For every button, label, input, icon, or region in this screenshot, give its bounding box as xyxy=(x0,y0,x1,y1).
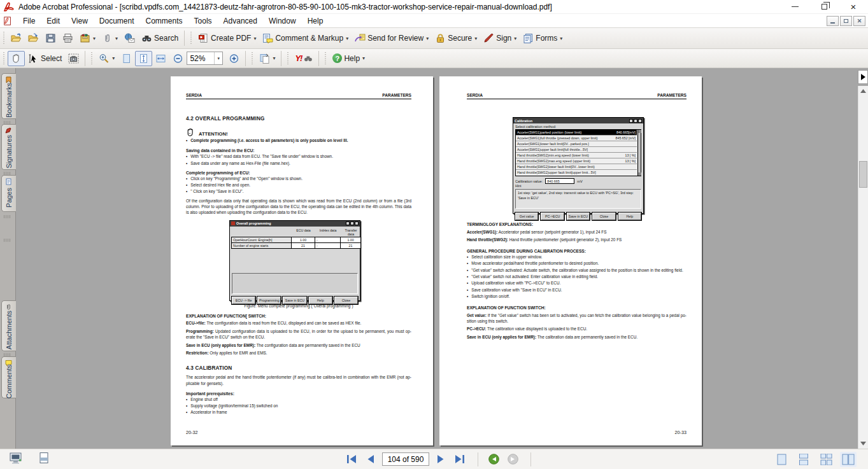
close-button[interactable]: × xyxy=(839,0,868,14)
zoom-tool-caret[interactable]: ▾ xyxy=(112,55,115,61)
attach-button[interactable]: ▾ xyxy=(99,30,121,46)
calibration-value-label: Calibration value: xyxy=(515,179,543,183)
facing-button[interactable] xyxy=(840,452,857,467)
create-pdf-caret[interactable]: ▾ xyxy=(253,36,256,41)
yahoo-search-button[interactable]: Y! xyxy=(292,51,316,66)
continuous-button[interactable] xyxy=(795,452,812,467)
open-organizer-button[interactable] xyxy=(25,30,42,46)
email-button[interactable] xyxy=(121,30,138,46)
hide-pane-button[interactable] xyxy=(858,70,868,84)
scroll-down-button[interactable] xyxy=(858,438,868,449)
menu-help[interactable]: Help xyxy=(302,15,329,27)
page-number-input[interactable] xyxy=(382,452,429,466)
send-for-review-icon xyxy=(355,33,366,43)
dialog1-cell: 21 xyxy=(292,243,315,249)
dialog1-row-label: OperHourCount: Engine[h] xyxy=(231,237,292,243)
hand-tool-button[interactable] xyxy=(8,51,25,66)
reading-mode-button[interactable] xyxy=(9,452,23,467)
menu-comments[interactable]: Comments xyxy=(140,15,189,27)
sidebar-tab-bookmarks[interactable]: Bookmarks xyxy=(1,73,16,119)
secure-caret[interactable]: ▾ xyxy=(474,36,477,41)
menu-view[interactable]: View xyxy=(66,15,94,27)
sidebar-tab-pages[interactable]: Pages xyxy=(1,175,16,212)
restore-button[interactable] xyxy=(809,0,839,14)
toolbar-grip[interactable] xyxy=(3,31,6,45)
doc-restore-button[interactable] xyxy=(840,16,852,26)
page-layout-buttons xyxy=(773,452,857,467)
print-button[interactable] xyxy=(59,30,76,46)
toolbar-grip[interactable] xyxy=(324,52,327,66)
splitter-grip[interactable] xyxy=(4,239,11,242)
create-pdf-label: Create PDF xyxy=(211,34,251,43)
open-button[interactable] xyxy=(8,30,25,46)
doc-close-button[interactable]: ✕ xyxy=(853,16,865,26)
save-button[interactable] xyxy=(42,30,59,46)
page-size-button[interactable] xyxy=(38,452,50,467)
zoom-in-button[interactable] xyxy=(225,51,243,66)
select-tool-button[interactable]: Select xyxy=(25,51,65,66)
menu-tools[interactable]: Tools xyxy=(189,15,218,27)
last-page-button[interactable] xyxy=(452,452,467,466)
single-page-button[interactable] xyxy=(773,452,790,467)
menu-advanced[interactable]: Advanced xyxy=(218,15,263,27)
minimize-button[interactable] xyxy=(780,0,809,14)
secure-button[interactable]: Secure ▾ xyxy=(432,30,480,46)
sidebar-tab-comments[interactable]: Comments xyxy=(1,356,16,398)
create-pdf-button[interactable]: Create PDF ▾ xyxy=(195,30,259,46)
actual-size-button[interactable] xyxy=(118,51,135,66)
page-canvas[interactable]: SERDIA PARAMETERS 4.2 OVERALL PROGRAMMIN… xyxy=(17,68,858,449)
dialog2-save-in-ecu-button: Save in ECU xyxy=(567,213,590,220)
previous-page-button[interactable] xyxy=(363,452,378,466)
fit-page-button[interactable] xyxy=(135,51,152,66)
page-display-caret[interactable]: ▾ xyxy=(273,55,275,61)
next-view-button[interactable] xyxy=(505,452,520,466)
help-button[interactable]: ? Help ▾ xyxy=(329,51,368,66)
header-left: SERDIA xyxy=(467,93,483,97)
comment-markup-caret[interactable]: ▾ xyxy=(346,36,348,41)
sign-caret[interactable]: ▾ xyxy=(514,36,516,41)
attach-dropdown-caret[interactable]: ▾ xyxy=(115,36,118,41)
zoom-level-caret[interactable]: ▾ xyxy=(214,52,222,64)
toolbar-grip[interactable] xyxy=(251,52,254,66)
menu-edit[interactable]: Edit xyxy=(41,15,66,27)
previous-page-icon xyxy=(367,454,374,464)
organizer-dropdown-caret[interactable]: ▾ xyxy=(93,36,96,41)
toolbar-grip[interactable] xyxy=(190,31,193,45)
scrollbar-thumb[interactable] xyxy=(859,161,867,188)
continuous-facing-button[interactable] xyxy=(818,452,834,467)
doc-minimize-button[interactable] xyxy=(827,16,839,26)
send-for-review-caret[interactable]: ▾ xyxy=(426,36,429,41)
zoom-level-input[interactable] xyxy=(187,52,214,64)
previous-view-button[interactable] xyxy=(486,452,501,466)
next-page-button[interactable] xyxy=(433,452,448,466)
send-for-review-button[interactable]: Send for Review ▾ xyxy=(352,30,432,46)
forms-button[interactable]: Forms ▾ xyxy=(520,30,566,46)
page-header: SERDIA PARAMETERS xyxy=(186,93,411,99)
help-caret[interactable]: ▾ xyxy=(362,55,365,61)
toolbar-grip[interactable] xyxy=(3,52,6,66)
snapshot-button[interactable] xyxy=(65,51,82,66)
sidebar-tab-label: Comments xyxy=(5,365,13,398)
dialog1-table: ECU data IntHex data Transfer data OperH… xyxy=(231,227,359,249)
sidebar-tab-signatures[interactable]: Signatures xyxy=(1,124,16,170)
menu-document[interactable]: Document xyxy=(94,15,140,27)
search-button[interactable]: Search xyxy=(138,30,181,46)
forms-icon xyxy=(523,33,534,43)
fit-width-button[interactable] xyxy=(152,51,169,66)
toolbar-grip[interactable] xyxy=(90,52,94,66)
menu-file[interactable]: File xyxy=(17,15,41,27)
scroll-up-button[interactable] xyxy=(858,86,868,96)
zoom-out-button[interactable] xyxy=(169,51,187,66)
page-display-button[interactable]: ▾ xyxy=(256,51,278,66)
menu-window[interactable]: Window xyxy=(263,15,302,27)
sign-pen-icon xyxy=(483,33,494,43)
sign-button[interactable]: Sign ▾ xyxy=(480,30,520,46)
toolbar-grip[interactable] xyxy=(287,52,290,66)
zoom-tool-button[interactable]: ▾ xyxy=(96,51,118,66)
comment-markup-button[interactable]: Comment & Markup ▾ xyxy=(259,30,352,46)
first-page-button[interactable] xyxy=(344,452,359,466)
sidebar-tab-attachments[interactable]: Attachments xyxy=(1,300,16,351)
forms-caret[interactable]: ▾ xyxy=(560,36,562,41)
vertical-scrollbar[interactable] xyxy=(858,86,868,449)
organizer-button[interactable]: ▾ xyxy=(76,30,99,46)
